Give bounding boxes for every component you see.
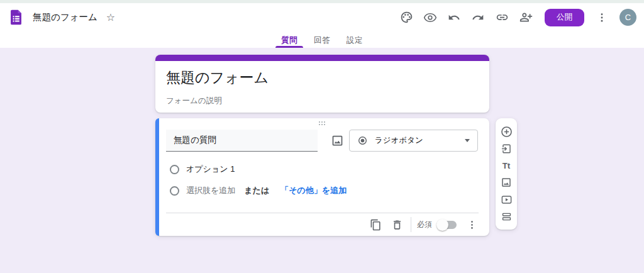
question-title-input[interactable] <box>166 130 318 152</box>
toggle-knob <box>436 219 448 231</box>
theme-palette-icon[interactable] <box>396 8 416 28</box>
delete-question-icon[interactable] <box>386 214 408 235</box>
publish-button[interactable]: 公開 <box>545 9 584 26</box>
import-questions-icon[interactable] <box>499 141 514 156</box>
preview-eye-icon[interactable] <box>420 8 440 28</box>
option-1-label[interactable]: オプション 1 <box>186 164 235 175</box>
add-image-to-question-icon[interactable] <box>326 130 348 152</box>
redo-icon[interactable] <box>468 8 488 28</box>
form-description-input[interactable]: フォームの説明 <box>166 96 479 106</box>
radio-option-icon <box>170 186 179 196</box>
add-section-icon[interactable] <box>499 209 514 224</box>
star-icon[interactable]: ☆ <box>106 11 115 23</box>
app-header: 無題のフォーム ☆ <box>0 3 644 31</box>
forms-logo-icon[interactable] <box>6 8 25 27</box>
editor-tabbar: 質問 回答 設定 <box>0 31 644 48</box>
add-video-icon[interactable] <box>499 192 514 207</box>
insert-toolbar: Tt <box>496 118 517 230</box>
theme-accent-bar <box>155 55 489 61</box>
tab-questions[interactable]: 質問 <box>279 31 299 48</box>
question-type-dropdown[interactable]: ラジオボタン <box>349 130 478 152</box>
add-option-or-text: または <box>244 185 269 196</box>
account-avatar[interactable]: C <box>619 9 636 26</box>
drag-handle[interactable] <box>319 121 326 126</box>
more-options-kebab-icon[interactable] <box>592 8 612 28</box>
add-other-link[interactable]: 「その他」を追加 <box>280 185 347 196</box>
form-canvas: 無題のフォーム フォームの説明 ラジオボタン <box>0 48 644 273</box>
dropdown-caret-icon <box>465 139 470 142</box>
add-option-row: 選択肢を追加 または 「その他」を追加 <box>170 185 347 196</box>
tt-glyph: Tt <box>502 161 511 170</box>
question-card: ラジオボタン オプション 1 選択肢を追加 または 「その他」を追加 <box>155 118 489 236</box>
footer-divider <box>411 217 411 232</box>
question-more-options-kebab-icon[interactable] <box>461 214 482 235</box>
add-title-and-description-icon[interactable]: Tt <box>499 158 514 173</box>
question-title-row: ラジオボタン <box>166 130 478 152</box>
tab-responses[interactable]: 回答 <box>312 31 332 48</box>
selected-question-indicator <box>155 118 159 236</box>
question-type-label: ラジオボタン <box>375 135 423 146</box>
required-toggle[interactable] <box>438 221 457 229</box>
add-question-icon[interactable] <box>499 124 514 139</box>
radio-button-icon <box>357 135 368 146</box>
form-title-input[interactable]: 無題のフォーム <box>166 69 479 87</box>
required-label: 必須 <box>417 220 432 230</box>
tab-settings[interactable]: 設定 <box>345 31 365 48</box>
question-footer-toolbar: 必須 <box>166 213 482 236</box>
form-document-title[interactable]: 無題のフォーム <box>30 10 100 25</box>
undo-icon[interactable] <box>444 8 464 28</box>
radio-option-icon <box>170 165 179 174</box>
add-option-text[interactable]: 選択肢を追加 <box>186 185 235 196</box>
form-title-card: 無題のフォーム フォームの説明 <box>155 55 489 113</box>
add-collaborators-icon[interactable] <box>516 8 536 28</box>
header-actions: 公開 C <box>396 8 636 28</box>
add-image-icon[interactable] <box>499 175 514 190</box>
option-row-1[interactable]: オプション 1 <box>170 164 235 175</box>
duplicate-question-icon[interactable] <box>365 214 386 235</box>
copy-link-icon[interactable] <box>492 8 512 28</box>
